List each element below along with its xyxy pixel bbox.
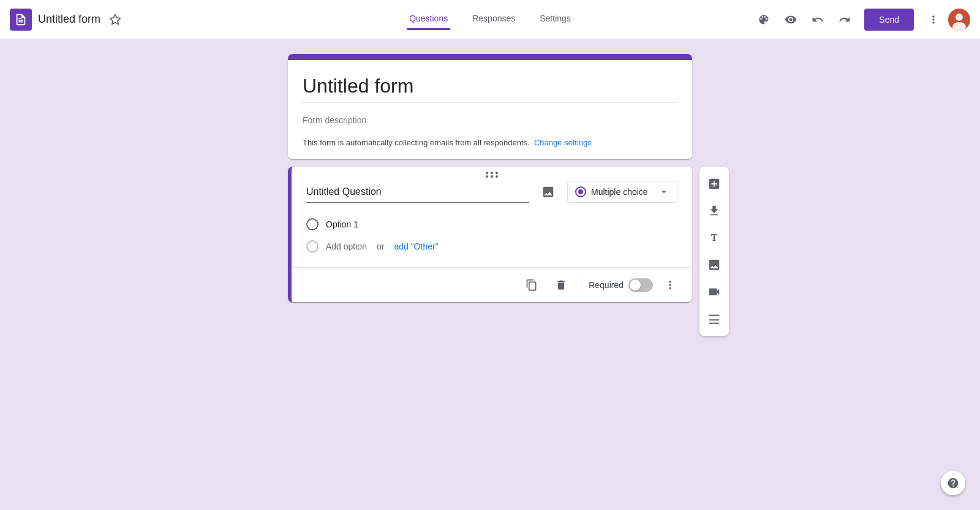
import-questions-button[interactable] — [702, 199, 726, 223]
question-card-wrapper: Multiple choice Option 1 Add option or a… — [288, 167, 692, 302]
topbar-right: Send — [752, 7, 970, 32]
topbar-left: Untitled form — [10, 9, 752, 31]
add-image-button[interactable] — [537, 180, 560, 204]
change-settings-link[interactable]: Change settings — [534, 138, 592, 147]
redo-button[interactable] — [832, 7, 857, 32]
main-content: This form is automatically collecting em… — [0, 39, 980, 510]
svg-point-2 — [956, 13, 963, 21]
topbar-form-title: Untitled form — [38, 13, 100, 26]
avatar[interactable] — [948, 9, 970, 31]
option-item: Option 1 — [306, 213, 677, 235]
required-label: Required — [589, 280, 624, 290]
svg-point-8 — [491, 175, 493, 178]
form-description-input[interactable] — [303, 113, 677, 128]
palette-button[interactable] — [752, 7, 776, 32]
option-radio — [306, 218, 318, 230]
options-area: Option 1 Add option or add "Other" — [292, 213, 692, 267]
add-question-button[interactable] — [702, 172, 726, 196]
question-card: Multiple choice Option 1 Add option or a… — [288, 167, 692, 302]
question-input-area — [306, 181, 529, 203]
tab-questions[interactable]: Questions — [407, 9, 450, 30]
topbar-center: Questions Responses Settings — [407, 9, 573, 30]
add-option-or: or — [377, 242, 384, 251]
preview-button[interactable] — [778, 7, 803, 32]
form-header-card: This form is automatically collecting em… — [288, 54, 692, 159]
duplicate-button[interactable] — [519, 273, 544, 297]
type-label: Multiple choice — [591, 187, 648, 197]
question-type-select[interactable]: Multiple choice — [567, 181, 677, 203]
svg-marker-0 — [110, 14, 121, 24]
help-button[interactable] — [941, 471, 965, 495]
side-toolbar: T — [699, 167, 729, 336]
add-image-sidebar-button[interactable] — [702, 253, 726, 277]
delete-button[interactable] — [549, 273, 573, 297]
toggle-knob — [630, 280, 641, 291]
question-text-input[interactable] — [306, 181, 529, 203]
tab-settings[interactable]: Settings — [537, 9, 573, 30]
form-header-body: This form is automatically collecting em… — [288, 60, 692, 159]
add-video-button[interactable] — [702, 280, 726, 304]
radio-icon — [575, 186, 586, 197]
form-header-accent — [288, 54, 692, 60]
tab-responses[interactable]: Responses — [470, 9, 518, 30]
divider — [581, 278, 581, 292]
add-option-row: Add option or add "Other" — [306, 235, 677, 257]
svg-point-4 — [486, 172, 488, 174]
add-title-button[interactable]: T — [702, 226, 726, 250]
footer-more-button[interactable] — [658, 273, 682, 297]
svg-point-7 — [486, 175, 488, 178]
add-other-link[interactable]: add "Other" — [394, 242, 438, 251]
question-footer: Required — [292, 267, 692, 302]
question-top: Multiple choice — [292, 180, 692, 213]
form-title-input[interactable] — [303, 75, 677, 103]
add-option-text[interactable]: Add option — [326, 242, 367, 251]
send-button[interactable]: Send — [864, 9, 914, 31]
svg-point-9 — [496, 175, 498, 178]
email-notice-text: This form is automatically collecting em… — [303, 138, 530, 147]
svg-point-5 — [491, 172, 493, 174]
required-toggle[interactable] — [628, 278, 653, 292]
svg-point-6 — [496, 172, 498, 174]
more-button[interactable] — [921, 7, 946, 32]
undo-button[interactable] — [805, 7, 830, 32]
add-section-button[interactable] — [702, 306, 726, 331]
app-icon — [10, 9, 32, 31]
add-option-circle — [306, 240, 318, 253]
email-notice: This form is automatically collecting em… — [303, 138, 677, 147]
star-button[interactable] — [107, 11, 124, 28]
drag-handle[interactable] — [292, 167, 692, 180]
option-label: Option 1 — [326, 219, 358, 229]
topbar: Untitled form Questions Responses Settin… — [0, 0, 980, 39]
